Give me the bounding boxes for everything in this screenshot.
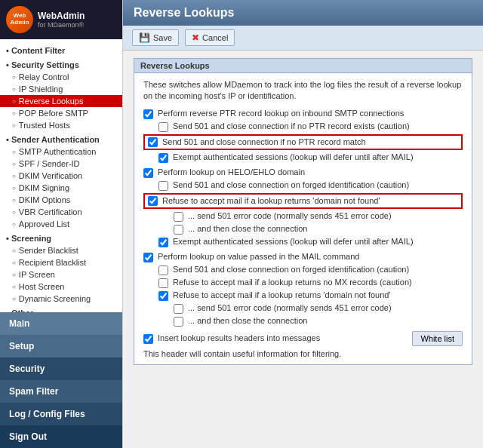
close-connection-label: ... and then close the connection xyxy=(188,224,307,233)
forged-id-close-2-row: Send 501 and close connection on forged … xyxy=(158,265,463,275)
error-code-451-row: ... send 501 error code (normally sends … xyxy=(174,211,463,222)
insert-headers-label: Insert lookup results headers into messa… xyxy=(158,333,320,342)
helo-lookup-label: Perform lookup on HELO/EHLO domain xyxy=(158,167,305,176)
exempt-auth-2-checkbox[interactable] xyxy=(158,238,168,247)
no-mx-records-row: Refuse to accept mail if a lookup return… xyxy=(158,278,463,288)
fieldset-legend: Reverse Lookups xyxy=(134,59,472,73)
helo-lookup-checkbox[interactable] xyxy=(143,168,153,178)
sidebar-item-vbr-cert[interactable]: ○ VBR Certification xyxy=(0,206,122,218)
sidebar-nav: • Content Filter • Security Settings ○ R… xyxy=(0,39,122,312)
insert-headers-checkbox[interactable] xyxy=(143,334,153,344)
no-mx-records-label: Refuse to accept mail if a lookup return… xyxy=(173,278,412,287)
cancel-label: Cancel xyxy=(202,33,228,42)
mail-cmd-lookup-row: Perform lookup on value passed in the MA… xyxy=(143,252,463,262)
setup-button[interactable]: Setup xyxy=(0,335,122,357)
sidebar-item-dkim-signing[interactable]: ○ DKIM Signing xyxy=(0,182,122,194)
mail-cmd-lookup-label: Perform lookup on value passed in the MA… xyxy=(158,252,359,261)
no-ptr-match-label: Send 501 and close connection if no PTR … xyxy=(162,137,366,146)
exempt-auth-1-row: Exempt authenticated sessions (lookup wi… xyxy=(158,152,463,163)
footer-text: This header will contain useful informat… xyxy=(143,349,463,358)
close-connection-2-label: ... and then close the connection xyxy=(188,316,307,325)
helo-lookup-row: Perform lookup on HELO/EHLO domain xyxy=(143,167,463,178)
sidebar-item-pop-before-smtp[interactable]: ○ POP Before SMTP xyxy=(0,107,122,119)
sidebar-item-recipient-blacklist[interactable]: ○ Recipient Blacklist xyxy=(0,256,122,268)
sidebar-item-dkim-options[interactable]: ○ DKIM Options xyxy=(0,194,122,206)
sidebar: WebAdmin WebAdmin for MDaemon® • Content… xyxy=(0,0,123,448)
description-text: These switches allow MDaemon to track in… xyxy=(143,79,463,103)
exempt-auth-1-checkbox[interactable] xyxy=(158,153,168,163)
domain-not-found-label: Refuse to accept mail if a lookup return… xyxy=(162,196,380,205)
close-connection-checkbox[interactable] xyxy=(174,225,183,235)
error-code-451-checkbox[interactable] xyxy=(174,212,183,222)
cancel-button[interactable]: ✖ Cancel xyxy=(185,29,235,46)
ptr-lookup-row: Perform reverse PTR record lookup on inb… xyxy=(143,109,463,119)
reverse-lookups-fieldset: Reverse Lookups These switches allow MDa… xyxy=(134,58,472,365)
error-code-451-2-row: ... send 501 error code (normally sends … xyxy=(174,303,463,314)
sidebar-item-ip-shielding[interactable]: ○ IP Shielding xyxy=(0,83,122,95)
exempt-auth-2-row: Exempt authenticated sessions (lookup wi… xyxy=(158,237,463,247)
section-screening: • Screening xyxy=(0,230,122,244)
save-icon: 💾 xyxy=(139,32,150,43)
sidebar-item-approved-list[interactable]: ○ Approved List xyxy=(0,218,122,230)
error-code-451-2-checkbox[interactable] xyxy=(174,304,183,314)
domain-not-found-checkbox[interactable] xyxy=(148,196,158,206)
fieldset-content: These switches allow MDaemon to track in… xyxy=(134,73,472,364)
close-connection-2-checkbox[interactable] xyxy=(174,317,183,327)
sidebar-item-ip-screen[interactable]: ○ IP Screen xyxy=(0,268,122,281)
domain-not-found-row: Refuse to accept mail if a lookup return… xyxy=(143,193,463,209)
save-button[interactable]: 💾 Save xyxy=(132,29,179,46)
logo-badge: WebAdmin xyxy=(6,6,33,33)
mail-cmd-lookup-checkbox[interactable] xyxy=(143,253,153,262)
logo-text-area: WebAdmin for MDaemon® xyxy=(38,11,85,29)
close-connection-row: ... and then close the connection xyxy=(174,224,463,235)
cancel-icon: ✖ xyxy=(192,32,199,43)
sidebar-bottom-buttons: Main Setup Security Spam Filter Log / Co… xyxy=(0,312,122,448)
whitelist-button[interactable]: White list xyxy=(412,331,463,346)
no-ptr-close-label: Send 501 and close connection if no PTR … xyxy=(173,121,410,130)
sidebar-item-relay-control[interactable]: ○ Relay Control xyxy=(0,71,122,83)
no-ptr-match-checkbox[interactable] xyxy=(148,137,158,147)
forged-id-close-row: Send 501 and close connection on forged … xyxy=(158,180,463,191)
no-ptr-close-row: Send 501 and close connection if no PTR … xyxy=(158,121,463,132)
forged-id-close-checkbox[interactable] xyxy=(158,181,168,191)
toolbar: 💾 Save ✖ Cancel xyxy=(123,26,483,51)
section-content-filter: • Content Filter xyxy=(0,42,122,57)
main-content: Reverse Lookups 💾 Save ✖ Cancel Reverse … xyxy=(123,0,483,448)
close-connection-2-row: ... and then close the connection xyxy=(174,316,463,327)
logo-area: WebAdmin WebAdmin for MDaemon® xyxy=(0,0,122,39)
no-mx-records-checkbox[interactable] xyxy=(158,278,168,288)
domain-not-found-2-row: Refuse to accept mail if a lookup return… xyxy=(158,290,463,301)
page-header: Reverse Lookups xyxy=(123,0,483,26)
error-code-451-2-label: ... send 501 error code (normally sends … xyxy=(188,303,392,312)
insert-headers-row: Insert lookup results headers into messa… xyxy=(143,333,320,344)
sign-out-button[interactable]: Sign Out xyxy=(0,425,122,448)
sidebar-item-spf-sender-id[interactable]: ○ SPF / Sender-ID xyxy=(0,158,122,170)
exempt-auth-1-label: Exempt authenticated sessions (lookup wi… xyxy=(173,152,414,161)
section-sender-auth: • Sender Authentication xyxy=(0,131,122,146)
spam-filter-button[interactable]: Spam Filter xyxy=(0,380,122,403)
ptr-lookup-checkbox[interactable] xyxy=(143,109,153,119)
forged-id-close-2-checkbox[interactable] xyxy=(158,265,168,275)
sidebar-item-host-screen[interactable]: ○ Host Screen xyxy=(0,281,122,293)
main-button[interactable]: Main xyxy=(0,312,122,335)
security-button[interactable]: Security xyxy=(0,357,122,380)
forged-id-close-2-label: Send 501 and close connection on forged … xyxy=(173,265,409,274)
sidebar-item-reverse-lookups[interactable]: ○ Reverse Lookups xyxy=(0,95,122,107)
forged-id-close-label: Send 501 and close connection on forged … xyxy=(173,180,409,189)
no-ptr-match-row: Send 501 and close connection if no PTR … xyxy=(143,134,463,150)
content-area: Reverse Lookups These switches allow MDa… xyxy=(123,51,483,448)
section-other: • Other xyxy=(0,305,122,312)
insert-headers-whitelist-row: Insert lookup results headers into messa… xyxy=(143,331,463,346)
sidebar-item-trusted-hosts[interactable]: ○ Trusted Hosts xyxy=(0,119,122,131)
page-title: Reverse Lookups xyxy=(134,6,234,19)
save-label: Save xyxy=(153,33,172,42)
sidebar-item-sender-blacklist[interactable]: ○ Sender Blacklist xyxy=(0,244,122,256)
no-ptr-close-checkbox[interactable] xyxy=(158,122,168,132)
log-config-button[interactable]: Log / Config Files xyxy=(0,403,122,425)
sidebar-item-dynamic-screening[interactable]: ○ Dynamic Screening xyxy=(0,293,122,305)
domain-not-found-2-checkbox[interactable] xyxy=(158,291,168,301)
section-security-settings: • Security Settings xyxy=(0,57,122,71)
sidebar-item-smtp-auth[interactable]: ○ SMTP Authentication xyxy=(0,146,122,158)
domain-not-found-2-label: Refuse to accept mail if a lookup return… xyxy=(173,290,391,299)
sidebar-item-dkim-verification[interactable]: ○ DKIM Verification xyxy=(0,170,122,182)
